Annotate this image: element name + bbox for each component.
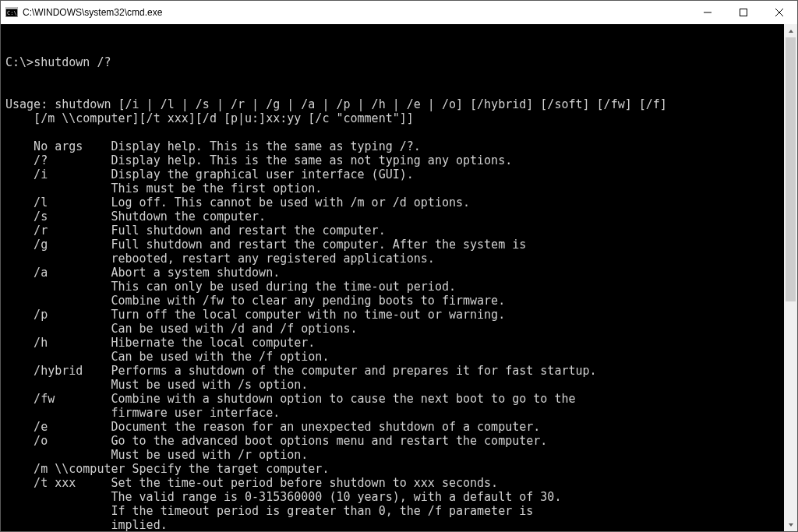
window-title: C:\WINDOWS\system32\cmd.exe	[23, 7, 162, 18]
output-line: /g Full shutdown and restart the compute…	[5, 238, 779, 252]
output-line: /? Display help. This is the same as not…	[5, 153, 779, 167]
output-line: /l Log off. This cannot be used with /m …	[5, 196, 779, 210]
output-line: /t xxx Set the time-out period before sh…	[5, 476, 779, 490]
output-line: rebooted, restart any registered applica…	[5, 252, 779, 266]
cmd-icon: C:\	[5, 6, 18, 19]
vertical-scrollbar[interactable]	[784, 24, 797, 531]
output-line: /e Document the reason for an unexpected…	[5, 420, 779, 434]
command-text: shutdown /?	[34, 55, 111, 69]
close-button[interactable]	[761, 1, 797, 24]
svg-rect-1	[6, 8, 18, 9]
output-line: /hybrid Performs a shutdown of the compu…	[5, 364, 779, 378]
cmd-window: C:\ C:\WINDOWS\system32\cmd.exe C:\>shut…	[0, 0, 798, 532]
output-line: /s Shutdown the computer.	[5, 210, 779, 224]
titlebar[interactable]: C:\ C:\WINDOWS\system32\cmd.exe	[1, 1, 797, 24]
scroll-thumb[interactable]	[786, 37, 796, 301]
output-line: /i Display the graphical user interface …	[5, 167, 779, 181]
client-area: C:\>shutdown /? Usage: shutdown [/i | /l…	[1, 24, 797, 531]
output-line: /h Hibernate the local computer.	[5, 336, 779, 350]
terminal-viewport[interactable]: C:\>shutdown /? Usage: shutdown [/i | /l…	[1, 24, 784, 531]
prompt: C:\>	[5, 55, 34, 69]
output-line: If the timeout period is greater than 0,…	[5, 504, 779, 518]
output-line: Usage: shutdown [/i | /l | /s | /r | /g …	[5, 97, 779, 111]
output-line: The valid range is 0-315360000 (10 years…	[5, 490, 779, 504]
output-line: No args Display help. This is the same a…	[5, 139, 779, 153]
output-line: /p Turn off the local computer with no t…	[5, 308, 779, 322]
output-line: /r Full shutdown and restart the compute…	[5, 224, 779, 238]
svg-rect-4	[740, 9, 747, 16]
scroll-track[interactable]	[784, 37, 797, 518]
svg-marker-8	[789, 523, 793, 527]
maximize-button[interactable]	[726, 1, 761, 24]
output-line: /a Abort a system shutdown.	[5, 266, 779, 280]
output-line: implied.	[5, 518, 779, 531]
output-line: Must be used with /r option.	[5, 448, 779, 462]
output-line: This must be the first option.	[5, 181, 779, 196]
output-line: [/m \\computer][/t xxx][/d [p|u:]xx:yy […	[5, 111, 779, 125]
output-line: Can be used with /d and /f options.	[5, 322, 779, 336]
output-line: Combine with /fw to clear any pending bo…	[5, 294, 779, 308]
svg-marker-7	[789, 30, 793, 33]
window-controls	[690, 1, 797, 24]
output-line: This can only be used during the time-ou…	[5, 280, 779, 294]
scroll-up-button[interactable]	[784, 24, 797, 37]
output-line	[5, 125, 779, 139]
svg-text:C:\: C:\	[7, 10, 17, 16]
prompt-line: C:\>shutdown /?	[5, 55, 779, 69]
terminal-output: C:\>shutdown /? Usage: shutdown [/i | /l…	[1, 24, 784, 531]
output-line: /o Go to the advanced boot options menu …	[5, 434, 779, 448]
output-line: Can be used with the /f option.	[5, 350, 779, 364]
output-line: /m \\computer Specify the target compute…	[5, 462, 779, 476]
minimize-button[interactable]	[690, 1, 726, 24]
output-line: firmware user interface.	[5, 406, 779, 420]
output-line: /fw Combine with a shutdown option to ca…	[5, 392, 779, 406]
output-line: Must be used with /s option.	[5, 378, 779, 392]
scroll-down-button[interactable]	[784, 518, 797, 531]
